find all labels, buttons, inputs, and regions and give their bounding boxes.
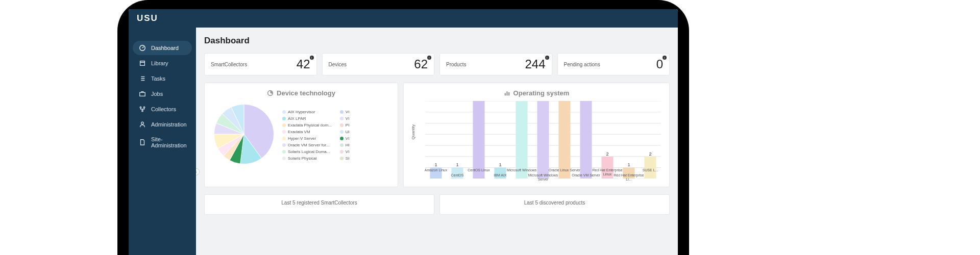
- bar-value-label: 2: [606, 151, 608, 157]
- legend-item[interactable]: SI: [340, 156, 350, 161]
- stat-value: 42: [297, 57, 310, 71]
- bar-category-label: IBM AIX: [482, 173, 518, 177]
- gauge-icon: [139, 44, 146, 52]
- legend-label: VI: [346, 136, 350, 141]
- stat-row: iSmartCollectors42iDevices62iProducts244…: [204, 53, 670, 75]
- legend-swatch: [340, 130, 344, 134]
- lower-card-title: Last 5 discovered products: [524, 200, 585, 206]
- legend-swatch: [340, 110, 344, 114]
- bar-category-label: Microsoft Windows: [504, 168, 540, 172]
- legend-label: VI: [346, 110, 350, 114]
- legend-item[interactable]: Exadata VM: [282, 130, 332, 134]
- bar-chart-icon: [504, 90, 510, 96]
- chart-row: Device technology AIX HypervisorAIX LPAR…: [204, 83, 670, 187]
- legend-label: VI: [346, 149, 350, 154]
- sidebar-item-administration[interactable]: Administration: [133, 117, 192, 132]
- legend-item[interactable]: PI: [340, 123, 350, 128]
- info-icon[interactable]: i: [427, 56, 431, 60]
- legend-swatch: [282, 123, 286, 127]
- pie-title-text: Device technology: [277, 89, 335, 97]
- info-icon[interactable]: i: [663, 56, 667, 60]
- legend-item[interactable]: AIX Hypervisor: [282, 110, 332, 114]
- sidebar-collapse-handle[interactable]: ‹: [196, 168, 200, 175]
- legend-item[interactable]: Solaris Physical: [282, 156, 332, 161]
- operating-system-card: Operating system Quantity 01234567117177…: [403, 83, 670, 187]
- bar[interactable]: [558, 101, 570, 178]
- legend-swatch: [282, 110, 286, 114]
- bar-category-label: CentOS: [439, 173, 475, 177]
- bar[interactable]: [473, 101, 484, 178]
- bar-title-text: Operating system: [513, 89, 570, 97]
- legend-item[interactable]: AIX LPAR: [282, 116, 332, 121]
- page-title: Dashboard: [204, 36, 670, 46]
- legend-item[interactable]: Hyper-V Server: [282, 136, 332, 141]
- stat-card-smartcollectors[interactable]: iSmartCollectors42: [204, 53, 317, 75]
- brand-logo: USU: [137, 13, 158, 23]
- legend-label: Exadata Physical dom...: [288, 123, 332, 128]
- briefcase-icon: [139, 90, 146, 97]
- bar-y-axis-label: Quantity: [411, 124, 415, 140]
- legend-item[interactable]: VI: [340, 116, 350, 121]
- sidebar-item-library[interactable]: Library: [133, 56, 192, 70]
- sidebar-item-label: Library: [151, 60, 168, 66]
- legend-item[interactable]: VI: [340, 110, 350, 114]
- legend-swatch: [340, 143, 344, 147]
- last-discovered-products-card: Last 5 discovered products: [439, 194, 670, 215]
- info-icon[interactable]: i: [310, 56, 314, 60]
- legend-swatch: [282, 130, 286, 134]
- legend-item[interactable]: VI: [340, 149, 350, 154]
- nodes-icon: [139, 106, 146, 113]
- legend-item[interactable]: HI: [340, 143, 350, 147]
- legend-label: AIX Hypervisor: [288, 110, 315, 114]
- legend-item[interactable]: VI: [340, 136, 350, 141]
- list-icon: [139, 75, 146, 82]
- svg-point-6: [141, 122, 143, 124]
- bar-value-label: 1: [499, 162, 501, 167]
- sidebar-item-site-administration[interactable]: Site-Administration: [133, 133, 192, 152]
- sidebar-item-label: Administration: [151, 121, 187, 128]
- stat-card-devices[interactable]: iDevices62: [322, 53, 435, 75]
- pie-legend: AIX HypervisorAIX LPARExadata Physical d…: [282, 110, 350, 161]
- device-technology-card: Device technology AIX HypervisorAIX LPAR…: [204, 83, 398, 187]
- bar-value-label: 1: [627, 162, 630, 167]
- pie-chart: [211, 101, 277, 169]
- topbar: USU: [129, 9, 678, 28]
- stat-card-pending-actions[interactable]: iPending actions0: [557, 53, 670, 75]
- bar-category-label: Red Hat Enterprise Li...: [611, 173, 647, 181]
- sidebar-item-collectors[interactable]: Collectors: [133, 102, 192, 116]
- stat-label: Devices: [329, 62, 347, 67]
- legend-swatch: [340, 150, 344, 154]
- legend-label: Solaris Logical Doma...: [288, 149, 330, 154]
- svg-rect-1: [140, 61, 145, 66]
- legend-label: Exadata VM: [288, 130, 310, 134]
- bar-category-label: Amazon Linux: [418, 168, 454, 172]
- legend-item[interactable]: Exadata Physical dom...: [282, 123, 332, 128]
- sidebar-item-jobs[interactable]: Jobs: [133, 87, 192, 101]
- bar-value-label: 2: [649, 151, 651, 157]
- legend-item[interactable]: UI: [340, 130, 350, 134]
- legend-item[interactable]: Solaris Logical Doma...: [282, 149, 332, 154]
- device-technology-title: Device technology: [211, 89, 391, 97]
- svg-rect-10: [508, 92, 509, 96]
- bar[interactable]: [580, 101, 592, 178]
- stat-card-products[interactable]: iProducts244: [439, 53, 552, 75]
- info-icon[interactable]: i: [545, 56, 549, 60]
- legend-swatch: [282, 117, 286, 120]
- sidebar-item-label: Dashboard: [151, 45, 179, 51]
- svg-rect-2: [140, 92, 145, 96]
- legend-label: SI: [346, 156, 350, 161]
- bar-category-label: SUSE L...: [632, 168, 668, 172]
- bar-body: Quantity 0123456711717777212 Amazon Linu…: [410, 101, 663, 183]
- lower-card-title: Last 5 registered SmartCollectors: [281, 200, 357, 206]
- legend-label: HI: [346, 143, 350, 147]
- legend-label: Hyper-V Server: [288, 136, 316, 141]
- sidebar-item-dashboard[interactable]: Dashboard: [133, 41, 192, 55]
- bar[interactable]: [537, 101, 549, 178]
- bar[interactable]: [516, 101, 527, 178]
- sidebar-item-label: Collectors: [151, 106, 176, 112]
- screen: USU DashboardLibraryTasksJobsCollectorsA…: [129, 9, 678, 255]
- sidebar-item-tasks[interactable]: Tasks: [133, 71, 192, 86]
- legend-swatch: [340, 117, 344, 120]
- legend-swatch: [282, 150, 286, 154]
- legend-item[interactable]: Oracle VM Server for...: [282, 143, 332, 147]
